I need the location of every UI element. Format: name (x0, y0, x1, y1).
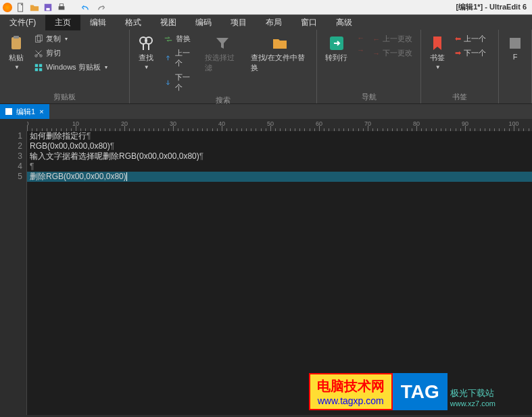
open-folder-icon[interactable] (30, 3, 39, 12)
code-line[interactable]: 输入文字据着选择呢删除RGB(0x00,0x00,0x80)¶ (27, 151, 532, 162)
ribbon: 粘贴 ▼ 复制▾ 剪切 Windows 剪贴板▾ 剪贴板 查找▼ 替换 上一个 … (0, 30, 532, 104)
ribbon-group-nav: 转到行 ← → ←上一更改 →下一更改 导航 (317, 30, 420, 103)
svg-rect-21 (5, 108, 12, 115)
line-number: 3 (0, 151, 22, 162)
paste-label: 粘贴 (9, 53, 24, 63)
ribbon-label-nav: 导航 (321, 91, 416, 103)
svg-rect-20 (510, 38, 521, 49)
find-prev-button[interactable]: 上一个 (161, 47, 198, 70)
code-editor[interactable]: 12345 如何删除指定行¶RGB(0x00,0x00,0x80)¶输入文字据着… (0, 131, 532, 415)
line-number: 2 (0, 141, 22, 151)
bookmark-button[interactable]: 书签▼ (425, 32, 450, 73)
cut-button[interactable]: 剪切 (31, 47, 110, 59)
svg-rect-3 (59, 6, 65, 9)
line-number-gutter: 12345 (0, 131, 27, 415)
close-tab-button[interactable]: × (39, 107, 43, 116)
tab-encoding[interactable]: 编码 (186, 15, 221, 30)
goto-line-button[interactable]: 转到行 (321, 32, 352, 66)
tab-home[interactable]: 主页 (45, 15, 80, 30)
tab-view[interactable]: 视图 (151, 15, 186, 30)
svg-rect-14 (39, 68, 42, 70)
app-icon (3, 3, 12, 12)
tab-format[interactable]: 格式 (116, 15, 151, 30)
svg-rect-2 (46, 7, 49, 10)
watermark-tag: TAG (393, 373, 448, 410)
line-number: 1 (0, 131, 22, 141)
window-title: [编辑1*] - UltraEdit 6 (456, 2, 527, 12)
ribbon-group-clipboard: 粘贴 ▼ 复制▾ 剪切 Windows 剪贴板▾ 剪贴板 (0, 30, 130, 103)
line-number: 4 (0, 162, 22, 172)
menu-tabs: 文件(F) 主页 编辑 格式 视图 编码 项目 布局 窗口 高级 (0, 15, 532, 30)
file-icon (5, 108, 12, 115)
bookmark-next-button[interactable]: ➡下一个 (452, 47, 489, 59)
tab-project[interactable]: 项目 (221, 15, 256, 30)
chevron-down-icon: ▼ (14, 64, 20, 70)
find-in-files-button[interactable]: 查找/在文件中替换 (247, 32, 313, 76)
line-number: 5 (0, 172, 22, 182)
code-area[interactable]: 如何删除指定行¶RGB(0x00,0x00,0x80)¶输入文字据着选择呢删除R… (27, 131, 532, 415)
ribbon-group-bookmark: 书签▼ ⬅上一个 ➡下一个 书签 (421, 30, 499, 103)
svg-rect-12 (39, 64, 42, 66)
titlebar: [编辑1*] - UltraEdit 6 (0, 0, 532, 15)
redo-icon[interactable] (97, 3, 107, 12)
svg-rect-6 (14, 36, 19, 39)
undo-icon[interactable] (80, 3, 89, 12)
code-line[interactable]: ¶ (27, 162, 532, 172)
tab-edit[interactable]: 编辑 (80, 15, 116, 30)
undo-redo-group (80, 3, 107, 12)
file-tab-label: 编辑1 (16, 107, 35, 117)
save-icon[interactable] (43, 3, 53, 12)
copy-button[interactable]: 复制▾ (31, 32, 110, 45)
ribbon-label-search: 搜索 (134, 94, 313, 107)
prev-change-button[interactable]: ←上一更改 (370, 32, 415, 45)
svg-rect-11 (35, 64, 38, 66)
svg-rect-4 (59, 3, 63, 6)
quick-access-toolbar (16, 3, 66, 12)
windows-clipboard-button[interactable]: Windows 剪贴板▾ (31, 61, 110, 74)
new-file-icon[interactable] (16, 3, 26, 12)
ribbon-group-more: F (499, 30, 532, 103)
find-next-button[interactable]: 下一个 (161, 71, 198, 94)
print-icon[interactable] (57, 3, 66, 12)
watermark: 电脑技术网 www.tagxp.com TAG 极光下载站 www.xz7.co… (309, 373, 498, 410)
code-line[interactable]: 如何删除指定行¶ (27, 131, 532, 141)
next-change-button[interactable]: →下一更改 (370, 47, 415, 59)
paste-button[interactable]: 粘贴 ▼ (4, 32, 28, 73)
find-button[interactable]: 查找▼ (134, 32, 158, 73)
tab-layout[interactable]: 布局 (256, 15, 291, 30)
tab-advanced[interactable]: 高级 (327, 15, 362, 30)
svg-rect-5 (11, 37, 21, 49)
tab-window[interactable]: 窗口 (291, 15, 327, 30)
watermark-right: 极光下载站 www.xz7.com (448, 385, 498, 410)
ribbon-label-bookmark: 书签 (425, 91, 494, 103)
svg-rect-13 (35, 68, 38, 70)
code-line[interactable]: 删除RGB(0x00,0x00,0x80) (27, 172, 532, 182)
file-tab-edit1[interactable]: 编辑1 × (0, 104, 49, 119)
filter-button[interactable]: 按选择过滤 (201, 32, 244, 76)
ruler: 0102030405060708090100 (27, 119, 532, 131)
code-line[interactable]: RGB(0x00,0x00,0x80)¶ (27, 141, 532, 151)
nav-fwd-button[interactable]: → (354, 45, 367, 55)
watermark-left: 电脑技术网 www.tagxp.com (309, 373, 393, 410)
tab-file[interactable]: 文件(F) (0, 15, 45, 30)
ribbon-label-clipboard: 剪贴板 (4, 91, 125, 103)
replace-button[interactable]: 替换 (161, 32, 198, 45)
more-button[interactable]: F (503, 32, 527, 64)
ribbon-group-search: 查找▼ 替换 上一个 下一个 按选择过滤 查找/在文件中替换 搜索 (130, 30, 318, 103)
bookmark-prev-button[interactable]: ⬅上一个 (452, 32, 489, 45)
nav-back-button[interactable]: ← (354, 32, 367, 43)
